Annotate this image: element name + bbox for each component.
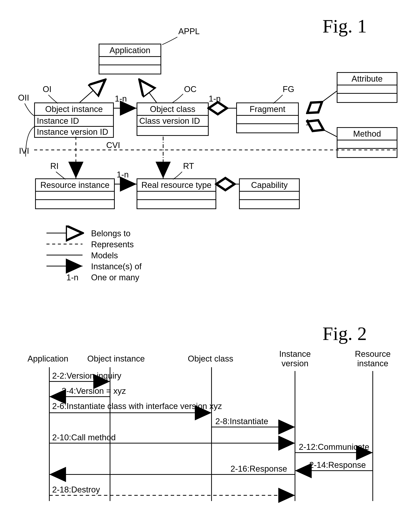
fig2-arrows bbox=[0, 0, 420, 520]
page: Fig. 1 Fig. 2 Application Object instanc… bbox=[0, 0, 420, 520]
